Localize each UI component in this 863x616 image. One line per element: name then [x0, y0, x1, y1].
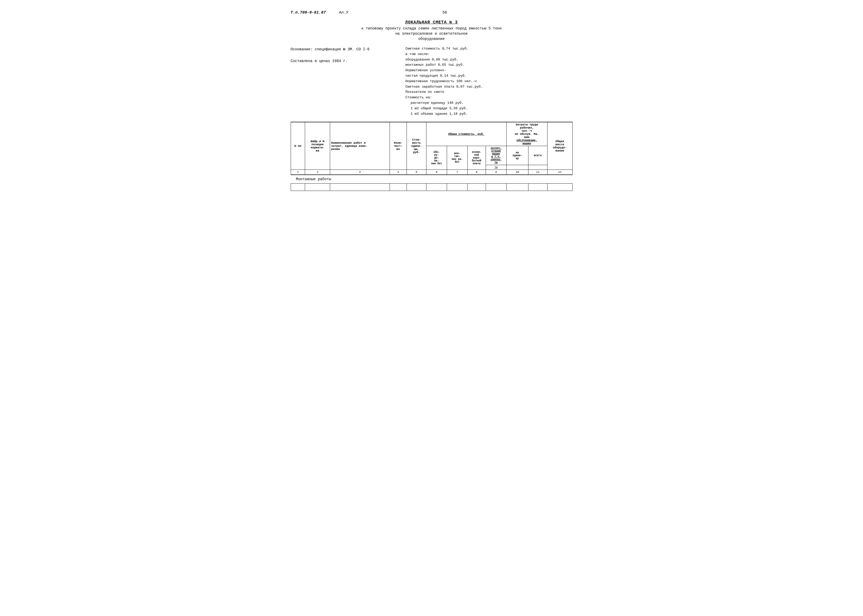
col-header-10: наедини-цу	[506, 146, 528, 165]
section-montazh-label: Монтажные работы	[291, 175, 572, 184]
page-number: 56	[348, 11, 541, 15]
title-main: ЛОКАЛЬНАЯ СМЕТА № 3	[291, 20, 573, 25]
section-montazh-row: Монтажные работы	[291, 175, 572, 184]
header: Т.п.709-9-61.87 Ал.У 56	[291, 11, 573, 15]
cost-line2: в том числе:	[406, 52, 573, 57]
col-num-12: 12	[547, 170, 572, 175]
col-num-10: 10	[506, 170, 528, 175]
col-num-11: 11	[528, 170, 547, 175]
col-num-9: 9	[486, 170, 506, 175]
col-header-labor: Затраты трударабочих,чел.-чне обслуж. Ма…	[506, 122, 547, 146]
cost-line9: Показатели по смете	[406, 90, 573, 95]
col-header-6: обо-ру-до-ва-ния бот	[426, 146, 447, 170]
col-num-5: 5	[406, 170, 426, 175]
col-header-7: мон-так-ных ра-бот	[447, 146, 468, 170]
col-header-mass: Общаямассаоборудо-вания	[547, 122, 572, 170]
cost-line4: монтажных работ 0,65 тыс.руб.	[406, 62, 573, 68]
cell-3	[330, 184, 390, 191]
cell-4	[390, 184, 406, 191]
basis-section: Основание: спецификация № 3М. СО I-6 Сос…	[291, 46, 390, 116]
col-num-1: 1	[291, 170, 305, 175]
col-header-4: Коли-чест-во	[390, 122, 406, 170]
title-sub3: оборудование	[291, 37, 573, 41]
title-sub1: к типовому проекту склада семян лиственн…	[291, 26, 573, 30]
cell-11	[528, 184, 547, 191]
col-header-11b	[528, 165, 547, 170]
col-header-9b: ты	[486, 165, 506, 170]
table-header-row1: № пп Шифр и №позициинормати-ва Наименова…	[291, 122, 572, 146]
col-header-general-cost: Общая стоимость, руб.	[426, 122, 506, 146]
cost-line6: чистая продукция 0,14 тыс.руб.	[406, 73, 573, 79]
col-header-2: Шифр и №позициинормати-ва	[305, 122, 330, 170]
col-num-4: 4	[390, 170, 406, 175]
cell-8	[468, 184, 486, 191]
sheet-label: Ал.У	[339, 11, 348, 15]
basis-line1: Основание: спецификация № 3М. СО I-6	[291, 46, 390, 53]
col-num-7: 7	[447, 170, 468, 175]
info-section: Основание: спецификация № 3М. СО I-6 Сос…	[291, 46, 573, 116]
main-table: № пп Шифр и №позициинормати-ва Наименова…	[291, 122, 573, 191]
col-header-5: Стои-мостьедини-цы,руб.	[406, 122, 426, 170]
title-sub2: на электросиловое и осветительное	[291, 31, 573, 36]
cost-line5: Нормативная условно-	[406, 68, 573, 73]
cost-line11: расчетную единицу 148 руб.	[406, 101, 573, 106]
cost-line1: Сметная стоимость 0,74 тыс.руб.	[406, 46, 573, 52]
cell-5	[406, 184, 426, 191]
doc-ref-text: Т.п.709-9-61.87	[291, 11, 326, 15]
col-num-8: 8	[468, 170, 486, 175]
col-num-6: 6	[426, 170, 447, 175]
col-header-3: Наименование работ изатрат, единица изме…	[330, 122, 390, 170]
cost-info-section: Сметная стоимость 0,74 тыс.руб. в том чи…	[406, 46, 573, 116]
cost-line7: Нормативная трудоемкость 106 чел.-ч	[406, 79, 573, 84]
col-header-8: основ-нойзара-ботнойплаты	[468, 146, 486, 170]
cell-1	[291, 184, 305, 191]
col-num-3: 3	[330, 170, 390, 175]
cell-9	[486, 184, 506, 191]
col-header-9: эксплу-атациимашинв т.ч.зарпла-ты	[486, 146, 506, 165]
col-header-11: всего	[528, 146, 547, 165]
col-numbers-row: 1 2 3 4 5 6 7 8 9 10 11 12	[291, 170, 572, 175]
cost-line10: Стоимость на:	[406, 95, 573, 101]
cell-10	[506, 184, 528, 191]
cell-2	[305, 184, 330, 191]
title-section: ЛОКАЛЬНАЯ СМЕТА № 3 к типовому проекту с…	[291, 20, 573, 41]
cost-line3: оборудования 0,09 тыс.руб.	[406, 57, 573, 63]
basis-line3: Составлена в ценах 1984 г.	[291, 58, 390, 64]
cell-7	[447, 184, 468, 191]
cost-line13: 1 м3 объема здания 1,18 руб.	[406, 112, 573, 117]
cell-6	[426, 184, 447, 191]
cost-line12: 1 м2 общей площади 5,38 руб.	[406, 106, 573, 112]
col-num-2: 2	[305, 170, 330, 175]
doc-ref: Т.п.709-9-61.87 Ал.У	[291, 11, 348, 15]
col-header-1: № пп	[291, 122, 305, 170]
cost-line8: Сметная заработная плата 0,07 тыс.руб.	[406, 84, 573, 90]
col-header-10b	[506, 165, 528, 170]
table-row	[291, 184, 572, 191]
cell-12	[547, 184, 572, 191]
